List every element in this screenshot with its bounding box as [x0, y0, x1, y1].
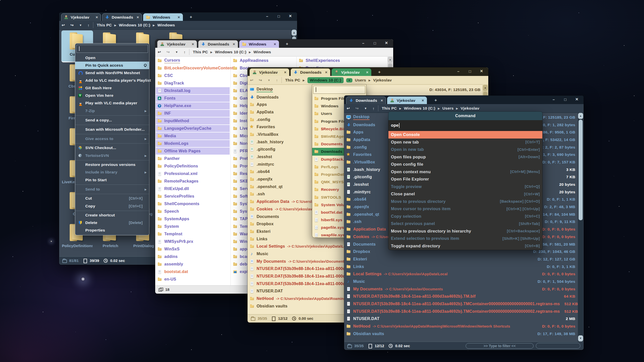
tab-close-icon[interactable]: ✕ [178, 16, 180, 19]
breadcrumb-item[interactable]: This PC ▶ [193, 50, 213, 54]
up-icon[interactable]: ↑ [276, 78, 278, 82]
file-row[interactable]: Professional.xml [155, 170, 230, 177]
breadcrumb-item[interactable]: Vjekoslav ▶ [461, 106, 479, 111]
context-menu-item[interactable]: Add to VLC media player's Playlist [75, 77, 149, 84]
file-row[interactable]: Panther [155, 155, 230, 162]
palette-command[interactable]: Toggle expand directory [Ctrl+B] [388, 242, 542, 250]
file-row[interactable]: Offline Web Pages [155, 147, 230, 155]
tab[interactable]: Vjekoslav ✕ [157, 40, 197, 48]
file-row[interactable]: CSC [155, 72, 230, 79]
scroll-thumb[interactable] [579, 120, 583, 220]
close-button[interactable]: ✕ [476, 69, 487, 73]
minimize-button[interactable]: – [261, 14, 273, 18]
breadcrumb-item[interactable]: This PC ▶ [285, 78, 305, 82]
tab-close-icon[interactable]: ✕ [137, 16, 139, 19]
maximize-button[interactable]: □ [559, 97, 571, 102]
up-icon[interactable]: ↑ [184, 50, 186, 54]
file-row[interactable]: NTUSER.DAT{53b39e88-18c4-11ea-a811-000d3… [344, 300, 577, 308]
file-row[interactable]: My Documents -> C:\Users\Vjekoslav\Docum… [344, 285, 577, 293]
file-row[interactable]: BitLockerDiscoveryVolumeContents [155, 64, 230, 72]
scroll-up-icon[interactable]: ▲ [388, 57, 393, 63]
minimize-button[interactable]: – [548, 97, 559, 102]
history-dropdown-icon[interactable]: ▼ [364, 107, 367, 110]
palette-command[interactable]: Open context menu [Ctrl+M] [Menu] [388, 168, 542, 176]
context-menu-item[interactable]: Delete [Delete] [75, 219, 149, 227]
file-row[interactable]: Obsidian vaults D: 17, F: 149, 38 MB [344, 330, 577, 338]
file-row[interactable]: Music D: 0, F: 1, 504 bytes [344, 278, 577, 285]
palette-search-input[interactable]: ope [388, 120, 542, 131]
tab-close-icon[interactable]: ✕ [192, 42, 194, 46]
new-tab-button[interactable]: + [188, 15, 194, 20]
up-icon[interactable]: ↑ [88, 23, 90, 27]
file-row[interactable]: AppReadiness [231, 57, 296, 64]
up-icon[interactable]: ↑ [373, 106, 375, 111]
file-row[interactable]: ModemLogs [155, 140, 230, 147]
breadcrumb-item[interactable]: Vjekoslav ▶ [373, 78, 392, 82]
palette-command[interactable]: Move to previous directory [Backspace] [… [388, 198, 542, 205]
file-row[interactable]: WinSxS [155, 245, 230, 253]
new-tab-button[interactable]: + [376, 70, 383, 75]
breadcrumb-item[interactable]: This PC ▶ [382, 106, 401, 111]
breadcrumb-item[interactable]: Windows ▶ [253, 50, 271, 54]
tab[interactable]: Downloads ✕ [346, 97, 386, 104]
tab-close-icon[interactable]: ✕ [96, 16, 98, 19]
breadcrumb-item[interactable]: Windows 10 (C:) ▶ [215, 50, 251, 54]
context-menu-item[interactable]: Copy [Ctrl+C] [75, 202, 149, 211]
minimize-button[interactable]: – [357, 41, 369, 45]
filter-secondary-box[interactable] [536, 343, 580, 349]
palette-command[interactable]: Close panel [Ctrl+W] [388, 190, 542, 198]
context-menu-item[interactable]: Scan with Microsoft Defender... [75, 125, 149, 134]
breadcrumb-item[interactable]: This PC ▶ [97, 23, 116, 27]
context-menu-item[interactable]: Pin to Quick access [75, 62, 149, 69]
file-row[interactable]: PolicyDefinitions [155, 162, 230, 170]
palette-command[interactable]: Open config file [388, 161, 542, 168]
palette-command[interactable]: Select previous panel [Shift+Tab] [388, 220, 542, 228]
back-icon[interactable]: ↩ [62, 23, 65, 27]
file-row[interactable]: INF [155, 110, 230, 117]
context-menu-item[interactable]: Include in library ▶ [75, 168, 149, 176]
tab[interactable]: Downloads ✕ [102, 13, 142, 21]
file-row[interactable]: Eksteri D: 12, F: 127, 12 GB [344, 255, 577, 263]
file-row[interactable]: DiagTrack [155, 79, 230, 87]
tab-close-icon[interactable]: ✕ [274, 42, 276, 46]
context-menu-item[interactable]: Give access to ▶ [75, 135, 149, 144]
tab[interactable]: Vjekoslav ✕ [387, 97, 427, 104]
file-row[interactable]: NTUSER.DAT{53b39e88-18c4-11ea-a811-000d3… [344, 293, 577, 300]
maximize-button[interactable]: □ [369, 41, 381, 45]
context-menu-item[interactable]: Create shortcut [75, 211, 149, 219]
scrollbar[interactable]: ▲ ▼ [578, 113, 583, 342]
context-menu-item[interactable]: Git Bash Here [75, 84, 149, 92]
dropdown-filter-input[interactable] [313, 86, 365, 94]
palette-command[interactable]: Extend selection to previous item [Shift… [388, 235, 542, 242]
file-row[interactable]: RtlExUpd.dll [155, 185, 230, 193]
back-icon[interactable]: ↩ [250, 78, 253, 82]
breadcrumb-item[interactable]: Windows 10 (C:) ▶ [307, 77, 344, 83]
breadcrumb-item[interactable]: Windows ▶ [157, 23, 175, 27]
breadcrumb-item[interactable]: Windows 10 (C:) ▶ [119, 23, 155, 27]
scroll-up-icon[interactable]: ▲ [578, 113, 583, 119]
tab-close-icon[interactable]: ✕ [366, 71, 369, 74]
tab[interactable]: Vjekoslav ✕ [61, 13, 101, 21]
palette-command[interactable]: Open Console [388, 131, 542, 139]
context-menu-item[interactable]: Cut [Ctrl+X] [75, 195, 149, 202]
context-menu-filter-input[interactable] [76, 45, 148, 53]
file-row[interactable]: bootstat.dat [155, 268, 230, 276]
forward-icon[interactable]: ↪ [355, 106, 359, 111]
forward-icon[interactable]: ↪ [167, 50, 170, 54]
file-row[interactable]: SystemApps [155, 215, 230, 223]
back-icon[interactable]: ↩ [347, 106, 350, 111]
tab-close-icon[interactable]: ✕ [233, 42, 235, 46]
new-tab-button[interactable]: + [432, 98, 439, 103]
file-row[interactable]: ShellComponents [155, 200, 230, 208]
context-menu-item[interactable]: Properties [75, 227, 149, 234]
tab-close-icon[interactable]: ✕ [422, 99, 424, 102]
context-menu-item[interactable]: TortoiseSVN ▶ [75, 152, 149, 160]
tab-close-icon[interactable]: ✕ [381, 99, 383, 102]
file-row[interactable]: NTUSER.DAT 2 MB [344, 315, 577, 323]
file-row[interactable]: NetHood -> C:\Users\Vjekoslav\AppData\Ro… [344, 323, 577, 330]
type-to-filter-box[interactable]: >> Type to filter << [466, 343, 534, 349]
palette-command[interactable]: Open new tab [Ctrl+T] [388, 139, 542, 146]
tab[interactable]: Vjekoslav ✕ [250, 68, 289, 76]
file-row[interactable]: assembly [155, 260, 230, 268]
context-menu-item[interactable]: 7-Zip ▶ [75, 107, 149, 116]
